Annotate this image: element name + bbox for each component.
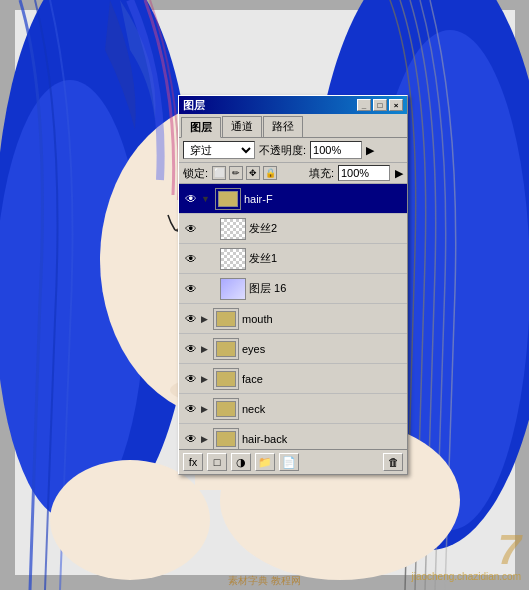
eye-icon-layer16[interactable]: 👁: [181, 279, 201, 299]
titlebar-buttons: _ □ ×: [357, 99, 403, 111]
opacity-label: 不透明度:: [259, 143, 306, 158]
layer-item-neck[interactable]: 👁 ▶ neck: [179, 394, 407, 424]
thumb-hair-back: [213, 428, 239, 450]
fill-arrow[interactable]: ▶: [395, 167, 403, 180]
layer-item-layer16[interactable]: 👁 图层 16: [179, 274, 407, 304]
eye-icon-eyes[interactable]: 👁: [181, 339, 201, 359]
restore-button[interactable]: □: [373, 99, 387, 111]
lock-row: 锁定: ⬜ ✏ ✥ 🔒 填充: 100% ▶: [179, 163, 407, 184]
arrow-neck[interactable]: ▶: [201, 404, 208, 414]
new-layer-button[interactable]: 📄: [279, 453, 299, 471]
panel-title: 图层: [183, 98, 205, 113]
watermark-logo: 7: [411, 529, 521, 571]
adjustment-layer-button[interactable]: ◑: [231, 453, 251, 471]
thumb-mouth: [213, 308, 239, 330]
folder-icon-neck: [216, 401, 236, 417]
layer-name-hair-f: hair-F: [244, 193, 405, 205]
bottom-text: 素材字典 教程网: [228, 574, 301, 588]
delete-layer-button[interactable]: 🗑: [383, 453, 403, 471]
layer-name-mouth: mouth: [242, 313, 405, 325]
minimize-button[interactable]: _: [357, 99, 371, 111]
tabs-row: 图层 通道 路径: [179, 114, 407, 138]
layer-name-hairstrand1: 发丝1: [249, 251, 405, 266]
layer-item-hair-back[interactable]: 👁 ▶ hair-back: [179, 424, 407, 449]
layer-name-hairstrand2: 发丝2: [249, 221, 405, 236]
new-group-button[interactable]: 📁: [255, 453, 275, 471]
folder-icon-mouth: [216, 311, 236, 327]
layer-item-face[interactable]: 👁 ▶ face: [179, 364, 407, 394]
thumb-hairstrand2: [220, 218, 246, 240]
eye-icon-neck[interactable]: 👁: [181, 399, 201, 419]
lock-all-button[interactable]: 🔒: [263, 166, 277, 180]
watermark-area: 7 jiaocheng.chazidian.com: [411, 529, 521, 582]
folder-icon-hair-back: [216, 431, 236, 447]
arrow-hair-back[interactable]: ▶: [201, 434, 208, 444]
blend-mode-select[interactable]: 穿过 正常 正片叠底: [183, 141, 255, 159]
layer-name-hair-back: hair-back: [242, 433, 405, 445]
thumb-face: [213, 368, 239, 390]
tab-channels[interactable]: 通道: [222, 116, 262, 137]
layer-item-hairstrand1[interactable]: 👁 发丝1: [179, 244, 407, 274]
thumb-eyes: [213, 338, 239, 360]
opacity-arrow[interactable]: ▶: [366, 144, 374, 157]
panel-titlebar: 图层 _ □ ×: [179, 96, 407, 114]
layers-panel: 图层 _ □ × 图层 通道 路径 穿过 正常 正片叠底 不透明度: 100% …: [178, 95, 408, 475]
lock-paint-button[interactable]: ✏: [229, 166, 243, 180]
thumb-hair-f: [215, 188, 241, 210]
lock-transparent-button[interactable]: ⬜: [212, 166, 226, 180]
layer-fx-button[interactable]: fx: [183, 453, 203, 471]
svg-point-9: [50, 460, 210, 580]
opacity-value[interactable]: 100%: [310, 141, 362, 159]
layer-name-layer16: 图层 16: [249, 281, 405, 296]
arrow-face[interactable]: ▶: [201, 374, 208, 384]
layer-name-neck: neck: [242, 403, 405, 415]
eye-icon-hair-back[interactable]: 👁: [181, 429, 201, 449]
lock-label: 锁定:: [183, 166, 208, 181]
eye-icon-hairstrand1[interactable]: 👁: [181, 249, 201, 269]
fill-value[interactable]: 100%: [338, 165, 390, 181]
thumb-layer16: [220, 278, 246, 300]
folder-icon-hair-f: [218, 191, 238, 207]
tab-layers[interactable]: 图层: [181, 117, 221, 138]
tab-paths[interactable]: 路径: [263, 116, 303, 137]
layer-name-eyes: eyes: [242, 343, 405, 355]
eye-icon-mouth[interactable]: 👁: [181, 309, 201, 329]
folder-icon-eyes: [216, 341, 236, 357]
arrow-eyes[interactable]: ▶: [201, 344, 208, 354]
fill-label: 填充:: [309, 166, 334, 181]
controls-row: 穿过 正常 正片叠底 不透明度: 100% ▶: [179, 138, 407, 163]
lock-move-button[interactable]: ✥: [246, 166, 260, 180]
layer-item-eyes[interactable]: 👁 ▶ eyes: [179, 334, 407, 364]
watermark-site1: jiaocheng.chazidian.com: [411, 571, 521, 582]
thumb-hairstrand1: [220, 248, 246, 270]
panel-toolbar: fx □ ◑ 📁 📄 🗑: [179, 449, 407, 474]
thumb-neck: [213, 398, 239, 420]
layer-mask-button[interactable]: □: [207, 453, 227, 471]
layer-name-face: face: [242, 373, 405, 385]
folder-icon-face: [216, 371, 236, 387]
arrow-mouth[interactable]: ▶: [201, 314, 208, 324]
layer-item-hair-f[interactable]: 👁 ▼ hair-F: [179, 184, 407, 214]
eye-icon-face[interactable]: 👁: [181, 369, 201, 389]
eye-icon-hairstrand2[interactable]: 👁: [181, 219, 201, 239]
layers-list: 👁 ▼ hair-F 👁 发丝2 👁 发丝1 👁 图层 16: [179, 184, 407, 449]
arrow-hair-f[interactable]: ▼: [201, 194, 210, 204]
layer-item-hairstrand2[interactable]: 👁 发丝2: [179, 214, 407, 244]
eye-icon-hair-f[interactable]: 👁: [181, 189, 201, 209]
layer-item-mouth[interactable]: 👁 ▶ mouth: [179, 304, 407, 334]
lock-icons: ⬜ ✏ ✥ 🔒: [212, 166, 277, 180]
close-button[interactable]: ×: [389, 99, 403, 111]
